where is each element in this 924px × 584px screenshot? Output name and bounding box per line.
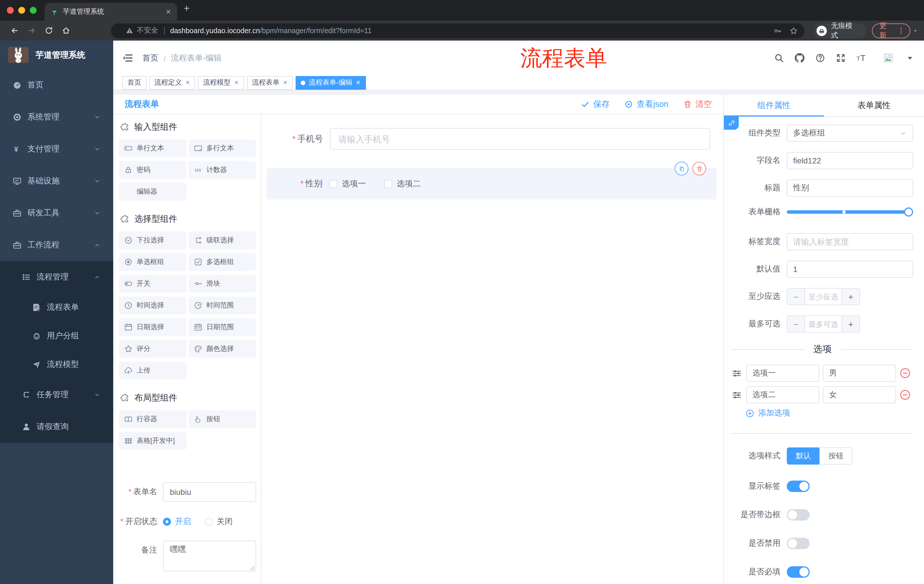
option-name-input[interactable] xyxy=(746,365,819,382)
sidebar-item-3[interactable]: 基础设施 xyxy=(0,165,113,197)
tag-流程表单-编辑[interactable]: 流程表单-编辑✕ xyxy=(295,76,366,89)
palette-item-时间范围[interactable]: 时间范围 xyxy=(189,296,256,314)
remove-option-button[interactable] xyxy=(899,367,911,379)
avatar-caret-icon[interactable] xyxy=(905,53,915,63)
palette-item-单行文本[interactable]: 单行文本 xyxy=(119,140,186,157)
help-icon[interactable] xyxy=(815,53,825,63)
sidebar-item-10[interactable]: 任务管理 xyxy=(0,379,113,411)
toggle-是否带边框[interactable] xyxy=(787,509,810,521)
palette-item-开关[interactable]: 开关 xyxy=(119,275,186,293)
phone-field-row[interactable]: *手机号 xyxy=(267,128,710,150)
tag-close-icon[interactable]: ✕ xyxy=(283,79,288,86)
fullscreen-icon[interactable] xyxy=(836,53,846,63)
view-json-button[interactable]: 查看json xyxy=(625,99,668,110)
addressbar-caret-icon[interactable] xyxy=(912,28,918,33)
new-tab-button[interactable] xyxy=(183,5,190,12)
palette-item-日期范围[interactable]: 日期范围 xyxy=(189,318,256,336)
max-select-input[interactable] xyxy=(805,316,842,332)
sidebar-item-1[interactable]: 系统管理 xyxy=(0,101,113,133)
option-drag-handle[interactable] xyxy=(732,390,742,400)
checkbox[interactable] xyxy=(384,180,392,188)
palette-item-上传[interactable]: 上传 xyxy=(119,362,186,380)
palette-item-密码[interactable]: 密码 xyxy=(119,161,186,179)
form-remark-textarea[interactable]: 嘿嘿 xyxy=(163,541,256,571)
palette-item-计数器[interactable]: 123计数器 xyxy=(189,161,256,179)
palette-item-日期选择[interactable]: 日期选择 xyxy=(119,318,186,336)
palette-item-编辑器[interactable]: 编辑器 xyxy=(119,183,186,201)
stepper-plus-button[interactable]: + xyxy=(842,289,860,304)
clear-button[interactable]: 清空 xyxy=(683,99,712,110)
status-on-label[interactable]: 开启 xyxy=(175,517,191,527)
toggle-是否必填[interactable] xyxy=(787,566,810,578)
tab-component-props[interactable]: 组件属性 xyxy=(724,95,824,116)
slider-thumb[interactable] xyxy=(904,207,913,217)
label-width-input[interactable] xyxy=(787,233,913,250)
palette-item-行容器[interactable]: 行容器 xyxy=(119,410,186,428)
option-style-按钮[interactable]: 按钮 xyxy=(819,447,853,465)
toggle-是否禁用[interactable] xyxy=(787,538,810,549)
palette-item-多选框组[interactable]: 多选框组 xyxy=(189,253,256,271)
link-handle[interactable] xyxy=(724,116,739,130)
field-name-input[interactable] xyxy=(787,152,913,169)
bookmark-star-icon[interactable] xyxy=(790,26,798,35)
sidebar-item-0[interactable]: 首页 xyxy=(0,69,113,101)
sidebar-item-8[interactable]: 用户分组 xyxy=(0,322,113,350)
option-value-input[interactable] xyxy=(823,386,896,403)
form-name-input[interactable] xyxy=(163,482,256,502)
breadcrumb-item-0[interactable]: 首页 xyxy=(142,53,158,63)
sidebar-item-2[interactable]: ¥支付管理 xyxy=(0,133,113,165)
palette-item-表格[开发中][interactable]: 表格[开发中] xyxy=(119,432,186,450)
avatar[interactable] xyxy=(877,46,899,69)
search-icon[interactable] xyxy=(774,53,784,63)
sidebar-item-7[interactable]: 流程表单 xyxy=(0,293,113,322)
tag-流程模型[interactable]: 流程模型✕ xyxy=(198,76,244,89)
form-canvas[interactable]: *手机号 *性别 选项一选项二 xyxy=(261,114,723,584)
gender-option-0[interactable]: 选项一 xyxy=(329,179,366,189)
status-off-radio[interactable] xyxy=(205,518,213,526)
tag-流程表单[interactable]: 流程表单✕ xyxy=(247,76,293,89)
key-icon[interactable] xyxy=(774,26,782,35)
github-icon[interactable] xyxy=(795,53,805,63)
palette-item-多行文本[interactable]: 多行文本 xyxy=(189,140,256,157)
sidebar-item-11[interactable]: 请假查询 xyxy=(0,411,113,443)
sidebar-item-5[interactable]: 工作流程 xyxy=(0,229,113,261)
sidebar-item-6[interactable]: 流程管理 xyxy=(0,261,113,293)
hamburger-icon[interactable] xyxy=(122,53,133,63)
maximize-window-button[interactable] xyxy=(30,7,36,14)
palette-item-滑块[interactable]: 滑块 xyxy=(189,275,256,293)
url-bar[interactable]: 不安全 dashboard.yudao.iocoder.cn /bpm/mana… xyxy=(111,23,805,38)
sidebar-item-4[interactable]: 研发工具 xyxy=(0,197,113,229)
tag-流程定义[interactable]: 流程定义✕ xyxy=(149,76,195,89)
browser-forward-button[interactable] xyxy=(23,23,40,39)
duplicate-component-button[interactable] xyxy=(675,162,688,175)
browser-home-button[interactable] xyxy=(57,23,74,39)
title-input[interactable] xyxy=(787,179,913,197)
tag-close-icon[interactable]: ✕ xyxy=(234,79,239,86)
gender-field-selected[interactable]: *性别 选项一选项二 xyxy=(266,168,716,199)
browser-back-button[interactable] xyxy=(6,23,23,39)
grid-slider[interactable] xyxy=(787,210,909,214)
close-window-button[interactable] xyxy=(7,7,14,14)
tag-close-icon[interactable]: ✕ xyxy=(185,79,190,86)
stepper-plus-button[interactable]: + xyxy=(842,316,860,332)
default-value-input[interactable] xyxy=(787,261,913,278)
option-name-input[interactable] xyxy=(746,386,819,403)
option-drag-handle[interactable] xyxy=(732,368,742,378)
palette-item-时间选择[interactable]: 时间选择 xyxy=(119,296,186,314)
minimize-window-button[interactable] xyxy=(18,7,25,14)
stepper-minus-button[interactable]: − xyxy=(787,289,805,304)
add-option-button[interactable]: 添加选项 xyxy=(746,408,913,418)
min-select-input[interactable] xyxy=(805,289,842,304)
palette-item-下拉选择[interactable]: 下拉选择 xyxy=(119,232,186,249)
palette-item-按钮[interactable]: 按钮 xyxy=(189,410,256,428)
save-button[interactable]: 保存 xyxy=(581,99,610,110)
browser-update-button[interactable]: 更新 xyxy=(872,23,910,38)
toggle-显示标签[interactable] xyxy=(787,480,810,492)
delete-component-button[interactable] xyxy=(693,162,706,175)
browser-tab[interactable]: 芋道管理系统 xyxy=(45,3,177,21)
option-value-input[interactable] xyxy=(823,365,896,382)
checkbox[interactable] xyxy=(329,180,337,188)
gender-option-1[interactable]: 选项二 xyxy=(384,179,421,189)
browser-reload-button[interactable] xyxy=(40,23,57,39)
palette-item-单选框组[interactable]: 单选框组 xyxy=(119,253,186,271)
